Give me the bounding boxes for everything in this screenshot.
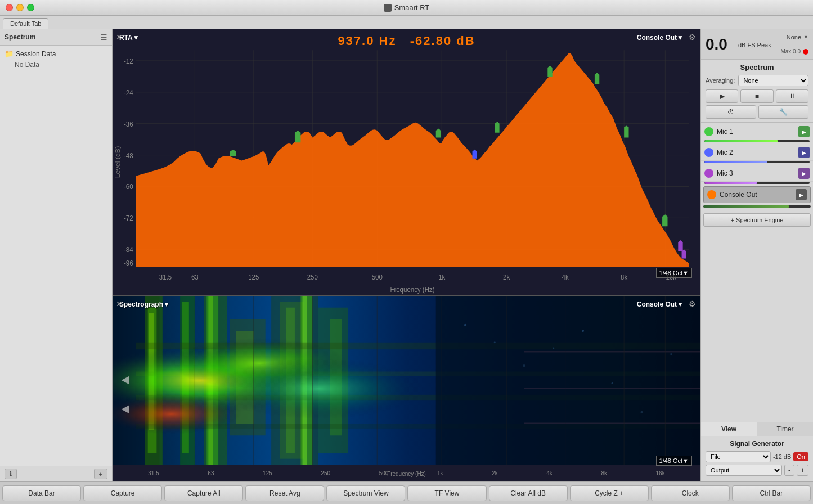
mic1-name: Mic 1 bbox=[717, 128, 795, 136]
sg-x-label: 63 bbox=[208, 470, 214, 476]
sig-gen-row-1: File Pink Noise White Noise Sine -12 dB … bbox=[706, 451, 808, 462]
ctrl-bar-button[interactable]: Ctrl Bar bbox=[732, 485, 811, 501]
sidebar-info-button[interactable]: ℹ bbox=[5, 469, 17, 479]
clear-all-db-button[interactable]: Clear All dB bbox=[489, 485, 568, 501]
sig-gen-plus-button[interactable]: + bbox=[797, 465, 808, 476]
console-out-meter-fill bbox=[703, 205, 789, 208]
mic1-row: Mic 1 ▶ bbox=[701, 124, 813, 140]
mic2-play-button[interactable]: ▶ bbox=[798, 147, 810, 158]
close-icon-panel[interactable]: ✕ bbox=[116, 33, 123, 42]
sidebar: Spectrum ☰ 📁 Session Data No Data ℹ + bbox=[0, 29, 113, 482]
mic3-group: Mic 3 ▶ bbox=[701, 165, 813, 184]
sidebar-folder[interactable]: 📁 Session Data bbox=[2, 48, 110, 60]
sg-x-label: 2k bbox=[492, 470, 498, 476]
sidebar-title: Spectrum bbox=[5, 33, 35, 41]
level-selector-arrow[interactable]: ▼ bbox=[803, 34, 808, 40]
sig-gen-output-select[interactable]: Output bbox=[706, 465, 782, 476]
clock-button[interactable]: Clock bbox=[651, 485, 730, 501]
sig-gen-on-button[interactable]: On bbox=[793, 452, 808, 461]
level-selector-text: None bbox=[787, 34, 801, 40]
spectrum-svg: -12 -24 -36 -48 -60 -72 -84 -96 Level (d… bbox=[113, 29, 700, 295]
capture-button[interactable]: Capture bbox=[83, 485, 162, 501]
oct-label-top[interactable]: 1/48 Oct▼ bbox=[656, 268, 692, 278]
folder-icon: 📁 bbox=[5, 50, 14, 58]
mic2-name: Mic 2 bbox=[717, 148, 795, 156]
console-out-play-button[interactable]: ▶ bbox=[796, 189, 807, 200]
sg-x-label: 16k bbox=[656, 470, 665, 476]
svg-rect-37 bbox=[113, 29, 700, 295]
oct-label-bottom[interactable]: 1/48 Oct▼ bbox=[656, 456, 692, 466]
averaging-select[interactable]: None 2 4 8 bbox=[738, 75, 808, 86]
wrench-button[interactable]: 🔧 bbox=[758, 105, 809, 119]
mic1-indicator bbox=[704, 127, 713, 136]
mic2-group: Mic 2 ▶ bbox=[701, 145, 813, 163]
stop-button[interactable]: ■ bbox=[740, 89, 773, 103]
settings-icon-bottom[interactable]: ⚙ bbox=[689, 299, 696, 308]
tf-view-button[interactable]: TF View bbox=[407, 485, 486, 501]
minimize-button[interactable] bbox=[16, 4, 24, 11]
sig-gen-title: Signal Generator bbox=[706, 440, 808, 448]
mic3-play-button[interactable]: ▶ bbox=[798, 168, 810, 179]
view-timer-row: View Timer bbox=[701, 422, 813, 436]
settings-icon-top[interactable]: ⚙ bbox=[689, 33, 696, 42]
spectrum-view-button[interactable]: Spectrum View bbox=[326, 485, 405, 501]
console-out-label-top[interactable]: Console Out▼ bbox=[637, 34, 684, 42]
right-spacer bbox=[701, 229, 813, 422]
sidebar-header: Spectrum ☰ bbox=[0, 29, 112, 46]
close-button[interactable] bbox=[6, 4, 13, 11]
mic1-meter bbox=[704, 140, 810, 142]
console-out-group: Console Out ▶ bbox=[701, 186, 813, 208]
sg-x-label: 8k bbox=[601, 470, 607, 476]
svg-rect-77 bbox=[113, 296, 700, 465]
center-panel: 937.0 Hz -62.80 dB RTA▼ Console Out▼ bbox=[113, 29, 700, 482]
console-out-meter bbox=[703, 205, 811, 208]
sidebar-add-button[interactable]: + bbox=[94, 469, 107, 479]
tab-bar: Default Tab bbox=[0, 16, 813, 29]
level-selector-row: None ▼ bbox=[738, 34, 808, 40]
sidebar-no-data: No Data bbox=[2, 60, 110, 70]
averaging-row: Averaging: None 2 4 8 bbox=[706, 75, 808, 86]
cycle-z-plus-button[interactable]: Cycle Z + bbox=[570, 485, 649, 501]
sg-x-label: 31.5 bbox=[148, 470, 159, 476]
spectrograph-display: Spectrograph▼ Console Out▼ ⚙ ✕ bbox=[113, 296, 700, 482]
mic3-meter bbox=[704, 182, 810, 184]
view-tab[interactable]: View bbox=[701, 422, 757, 436]
sidebar-footer: ℹ + bbox=[0, 466, 112, 482]
spectrograph-svg bbox=[113, 296, 700, 465]
sig-gen-minus-button[interactable]: - bbox=[784, 465, 794, 476]
mic2-meter bbox=[704, 161, 810, 163]
spectrum-engine-button[interactable]: + Spectrum Engine bbox=[703, 213, 811, 227]
level-section: 0.0 None ▼ dB FS Peak Max 0.0 bbox=[701, 29, 813, 60]
app-icon bbox=[384, 4, 392, 12]
capture-all-button[interactable]: Capture All bbox=[164, 485, 243, 501]
spectrograph-label[interactable]: Spectrograph▼ bbox=[119, 300, 170, 308]
mic2-indicator bbox=[704, 148, 713, 157]
level-value: 0.0 bbox=[706, 35, 734, 53]
data-bar-button[interactable]: Data Bar bbox=[2, 485, 81, 501]
window-title: Smaart RT bbox=[384, 3, 430, 12]
timer-tab[interactable]: Timer bbox=[757, 422, 813, 436]
timer-button[interactable]: ⏱ bbox=[706, 105, 756, 119]
mic2-meter-fill bbox=[704, 161, 767, 163]
folder-label: Session Data bbox=[16, 50, 56, 58]
channel-section: Mic 1 ▶ Mic 2 ▶ bbox=[701, 123, 813, 211]
close-icon-bottom[interactable]: ✕ bbox=[116, 299, 123, 308]
maximize-button[interactable] bbox=[27, 4, 34, 11]
sidebar-content: 📁 Session Data No Data bbox=[0, 46, 112, 466]
title-bar: Smaart RT bbox=[0, 0, 813, 16]
sg-x-axis-title: Frequency (Hz) bbox=[387, 471, 426, 477]
transport-row-2: ⏱ 🔧 bbox=[706, 105, 808, 119]
sig-gen-source-select[interactable]: File Pink Noise White Noise Sine bbox=[706, 451, 771, 462]
play-button[interactable]: ▶ bbox=[706, 89, 738, 103]
pause-button[interactable]: ⏸ bbox=[776, 89, 808, 103]
mic3-row: Mic 3 ▶ bbox=[701, 165, 813, 182]
sg-x-label: 1k bbox=[437, 470, 443, 476]
mic1-play-button[interactable]: ▶ bbox=[798, 126, 810, 137]
mic1-group: Mic 1 ▶ bbox=[701, 124, 813, 142]
console-out-label-bottom[interactable]: Console Out▼ bbox=[637, 300, 684, 308]
default-tab[interactable]: Default Tab bbox=[3, 18, 48, 29]
sidebar-menu-icon[interactable]: ☰ bbox=[100, 33, 107, 42]
mic3-indicator bbox=[704, 169, 713, 178]
mic3-meter-fill bbox=[704, 182, 757, 184]
reset-avg-button[interactable]: Reset Avg bbox=[245, 485, 324, 501]
